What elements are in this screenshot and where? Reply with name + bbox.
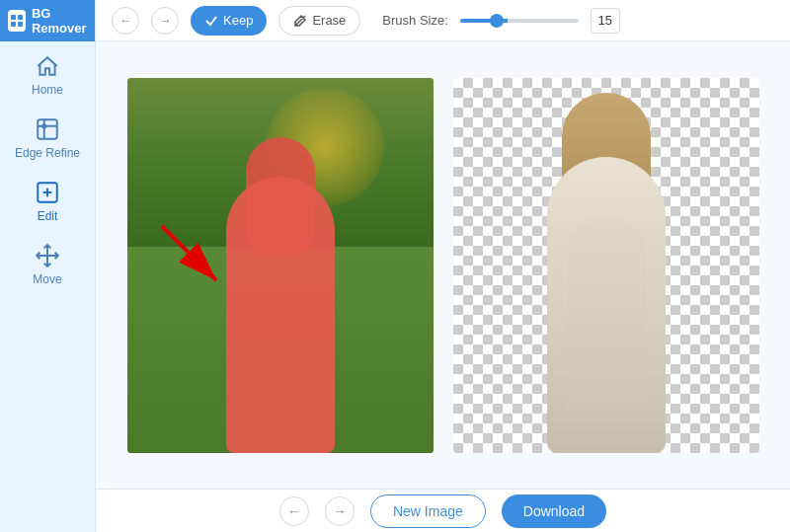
edit-icon — [35, 180, 60, 205]
prev-button[interactable]: ← — [279, 496, 309, 526]
original-image — [127, 78, 434, 453]
sidebar-item-edit-label: Edit — [38, 209, 58, 223]
brush-size-value: 15 — [591, 8, 620, 34]
new-image-button[interactable]: New Image — [370, 494, 486, 528]
woman-figure-original — [211, 147, 350, 453]
redo-button[interactable]: → — [151, 7, 179, 35]
sidebar-item-edge-refine-label: Edge Refine — [15, 146, 80, 160]
topbar: ← → Keep Erase Brush Size: 15 — [96, 0, 790, 41]
logo-text: BG Remover — [32, 6, 95, 36]
sidebar-item-move-label: Move — [33, 272, 61, 286]
svg-rect-3 — [18, 22, 23, 27]
cutout-dress-detail — [567, 216, 646, 414]
sidebar-item-edge-refine[interactable]: Edge Refine — [0, 105, 95, 168]
sidebar-item-move[interactable]: Move — [0, 231, 95, 294]
logo-icon — [8, 10, 26, 32]
brush-size-label: Brush Size: — [382, 13, 447, 28]
erase-icon — [293, 14, 307, 28]
brush-size-slider[interactable] — [460, 19, 579, 23]
keep-label: Keep — [223, 13, 253, 28]
svg-rect-1 — [18, 15, 23, 20]
sidebar-item-home[interactable]: Home — [0, 41, 95, 105]
original-image-panel — [127, 78, 434, 453]
erase-tool-button[interactable]: Erase — [278, 6, 360, 36]
sidebar-item-home-label: Home — [32, 83, 63, 97]
sidebar: BG Remover Home Edge Refine Edit Move — [0, 0, 96, 532]
erase-label: Erase — [312, 13, 346, 28]
app-logo: BG Remover — [0, 0, 95, 41]
svg-point-5 — [42, 124, 45, 127]
keep-icon — [204, 14, 218, 28]
svg-rect-2 — [11, 22, 16, 27]
woman-body-original — [226, 177, 335, 453]
next-button[interactable]: → — [325, 496, 355, 526]
move-icon — [35, 243, 60, 268]
download-button[interactable]: Download — [502, 494, 606, 528]
footer-bar: ← → New Image Download — [96, 489, 790, 532]
home-icon — [35, 53, 60, 79]
sidebar-item-edit[interactable]: Edit — [0, 168, 95, 231]
keep-tool-button[interactable]: Keep — [191, 6, 267, 36]
svg-rect-0 — [11, 15, 16, 20]
main-area — [96, 41, 790, 489]
edge-refine-icon — [35, 116, 60, 142]
undo-button[interactable]: ← — [112, 7, 139, 35]
cutout-body — [547, 157, 666, 453]
preview-image-panel — [453, 78, 759, 453]
svg-rect-4 — [38, 119, 57, 139]
cutout-figure — [527, 108, 685, 453]
